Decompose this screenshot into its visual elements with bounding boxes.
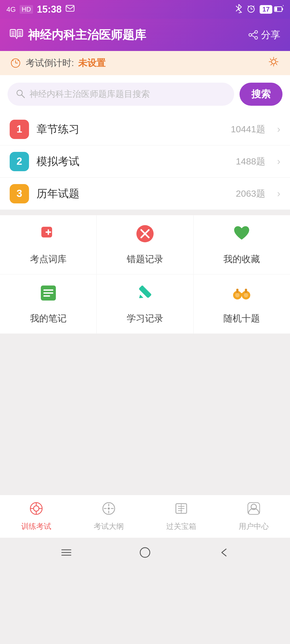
grid-label-biji: 我的笔记 (30, 312, 67, 325)
header-title-text: 神经内科主治医师题库 (28, 27, 146, 43)
category-count-3: 2063题 (236, 188, 265, 200)
category-count-1: 10441题 (231, 123, 265, 136)
nav-item-treasure[interactable]: 过关宝箱 (166, 502, 196, 532)
svg-rect-10 (275, 7, 277, 11)
svg-point-76 (140, 548, 150, 557)
pencil-icon (135, 283, 155, 307)
grid-item-suiji[interactable]: 随机十题 (194, 275, 290, 334)
svg-line-11 (283, 5, 284, 6)
settings-icon[interactable] (267, 55, 280, 71)
nav-label-user: 用户中心 (239, 521, 269, 532)
svg-rect-0 (66, 5, 74, 11)
category-num-1: 1 (10, 120, 29, 139)
countdown-clock-icon (10, 57, 21, 69)
countdown-bar: 考试倒计时: 未设置 (0, 51, 290, 75)
binoculars-icon (232, 283, 251, 307)
svg-line-25 (252, 32, 255, 34)
category-item-2[interactable]: 2 模拟考试 1488题 › (0, 145, 290, 178)
countdown-value: 未设置 (78, 57, 106, 69)
app-logo-icon (10, 28, 24, 42)
nav-label-train: 训练考试 (21, 521, 51, 532)
search-input-wrapper[interactable]: 神经内科主治医师题库题目搜索 (8, 83, 234, 106)
svg-rect-51 (240, 293, 244, 296)
svg-line-34 (22, 95, 24, 98)
home-icon (29, 502, 43, 519)
grid-label-shoucang: 我的收藏 (223, 253, 260, 265)
bottom-navigation: 训练考试 考试大纲 过关宝箱 用户中心 (0, 495, 290, 538)
category-list: 1 章节练习 10441题 › 2 模拟考试 1488题 › 3 历年试题 20… (0, 113, 290, 210)
grid-item-biji[interactable]: 我的笔记 (0, 275, 97, 334)
home-button[interactable] (138, 546, 152, 559)
battery-indicator: 17 (260, 5, 284, 14)
svg-rect-53 (245, 289, 247, 293)
grid-label-cuoti: 错题记录 (127, 253, 163, 265)
search-section: 神经内科主治医师题库题目搜索 搜索 (0, 75, 290, 113)
search-button[interactable]: 搜索 (240, 83, 282, 106)
hd-icon: HD (20, 5, 33, 14)
category-item-3[interactable]: 3 历年试题 2063题 › (0, 178, 290, 210)
status-bar: 4G HD 15:38 17 (0, 0, 290, 19)
message-icon (65, 4, 75, 15)
grid-row-2: 我的笔记 学习记录 (0, 275, 290, 334)
system-nav-bar (0, 538, 290, 567)
tag-icon (39, 224, 58, 248)
grid-label-kaodian: 考点词库 (30, 253, 67, 265)
svg-rect-52 (236, 289, 238, 293)
menu-button[interactable] (60, 546, 73, 559)
category-name-2: 模拟考试 (37, 154, 228, 169)
grid-item-cuoti[interactable]: 错题记录 (97, 215, 193, 274)
category-arrow-2: › (277, 156, 280, 167)
close-circle-icon (135, 224, 155, 248)
svg-point-55 (34, 506, 39, 511)
time-display: 15:38 (37, 4, 61, 15)
countdown-info: 考试倒计时: 未设置 (10, 57, 106, 69)
share-label: 分享 (261, 28, 280, 42)
svg-line-2 (236, 6, 239, 9)
grid-row-1: 考点词库 错题记录 我的收藏 (0, 215, 290, 275)
svg-line-26 (252, 35, 255, 37)
signal-icon: 4G (6, 5, 16, 14)
nav-item-user[interactable]: 用户中心 (239, 502, 269, 532)
app-header: 神经内科主治医师题库 分享 (0, 19, 290, 51)
nav-label-outline: 考试大纲 (94, 521, 124, 532)
countdown-label: 考试倒计时: (26, 57, 74, 69)
grid-label-xuexi: 学习记录 (127, 312, 163, 325)
category-num-2: 2 (10, 152, 29, 171)
svg-point-23 (249, 34, 252, 36)
svg-line-1 (236, 9, 239, 11)
book-icon (174, 502, 188, 519)
user-icon (247, 502, 261, 519)
svg-line-31 (18, 60, 19, 61)
svg-point-61 (108, 507, 110, 510)
svg-point-50 (244, 293, 248, 297)
svg-line-30 (12, 60, 13, 61)
category-arrow-3: › (277, 188, 280, 199)
category-num-3: 3 (10, 184, 29, 203)
svg-line-6 (248, 6, 249, 7)
status-right: 17 (235, 4, 284, 15)
grid-item-shoucang[interactable]: 我的收藏 (194, 215, 290, 274)
category-item-1[interactable]: 1 章节练习 10441题 › (0, 113, 290, 145)
feature-grid: 考点词库 错题记录 我的收藏 (0, 215, 290, 334)
search-icon (16, 89, 25, 100)
svg-rect-9 (282, 8, 283, 10)
nav-item-outline[interactable]: 考试大纲 (94, 502, 124, 532)
svg-line-7 (253, 6, 254, 7)
back-button[interactable] (217, 546, 230, 559)
share-button[interactable]: 分享 (248, 28, 280, 42)
svg-point-49 (235, 293, 240, 297)
nav-item-train[interactable]: 训练考试 (21, 502, 51, 532)
empty-content-area (0, 334, 290, 495)
header-title-group: 神经内科主治医师题库 (10, 27, 146, 43)
status-left: 4G HD 15:38 (6, 4, 75, 15)
svg-point-22 (255, 31, 258, 33)
grid-item-kaodian[interactable]: 考点词库 (0, 215, 97, 274)
grid-item-xuexi[interactable]: 学习记录 (97, 275, 193, 334)
bluetooth-icon (235, 4, 242, 15)
svg-point-24 (255, 36, 258, 39)
notes-icon (39, 283, 58, 307)
svg-point-32 (271, 60, 276, 64)
heart-icon (232, 224, 251, 248)
alarm-icon (246, 4, 256, 15)
compass-icon (102, 502, 116, 519)
